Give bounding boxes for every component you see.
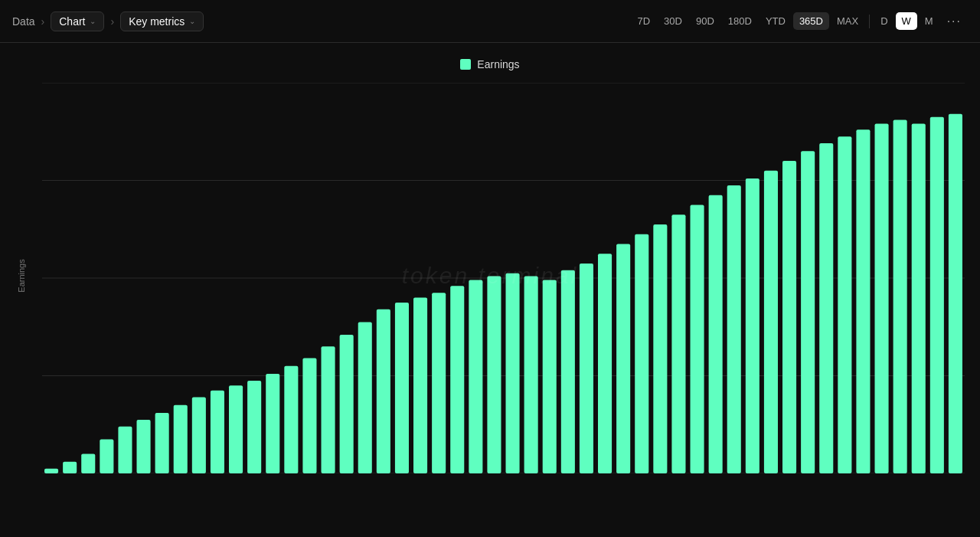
svg-rect-49 <box>653 224 667 473</box>
svg-rect-57 <box>801 151 815 473</box>
time-divider <box>869 15 870 28</box>
svg-rect-53 <box>727 185 741 473</box>
legend-label: Earnings <box>477 58 519 70</box>
svg-rect-39 <box>469 280 482 473</box>
svg-rect-30 <box>302 359 316 473</box>
time-filters: 7D 30D 90D 180D YTD 365D MAX D W M ··· <box>631 11 968 31</box>
svg-rect-63 <box>912 124 926 473</box>
svg-rect-33 <box>358 322 372 473</box>
time-btn-365d[interactable]: 365D <box>793 12 829 30</box>
svg-rect-58 <box>819 143 833 473</box>
svg-rect-17 <box>63 462 77 473</box>
view-btn-d[interactable]: D <box>874 12 893 30</box>
svg-rect-65 <box>949 114 962 473</box>
breadcrumb-sep-1: › <box>41 15 45 28</box>
svg-rect-20 <box>118 427 132 473</box>
svg-rect-32 <box>340 335 354 473</box>
svg-rect-54 <box>746 178 760 473</box>
breadcrumb-sep-2: › <box>110 15 114 28</box>
chart-label: Chart <box>59 15 85 28</box>
metrics-chevron-icon: ⌄ <box>189 17 195 25</box>
svg-rect-40 <box>487 276 501 473</box>
svg-rect-43 <box>543 280 557 473</box>
chart-chevron-icon: ⌄ <box>90 17 96 25</box>
svg-rect-34 <box>377 309 390 473</box>
svg-rect-36 <box>413 298 427 474</box>
svg-rect-62 <box>893 120 907 473</box>
svg-rect-45 <box>580 264 593 473</box>
svg-rect-50 <box>671 214 685 473</box>
svg-rect-51 <box>691 205 704 473</box>
svg-rect-16 <box>44 469 58 473</box>
svg-rect-18 <box>81 454 95 474</box>
svg-rect-64 <box>930 117 944 473</box>
time-btn-7d[interactable]: 7D <box>631 12 656 30</box>
svg-rect-42 <box>524 276 538 473</box>
svg-rect-46 <box>598 254 612 473</box>
time-btn-180d[interactable]: 180D <box>722 12 758 30</box>
svg-rect-44 <box>561 270 575 473</box>
svg-rect-56 <box>782 161 796 473</box>
earnings-bar-chart: $40m $30m $20m $10m $0 Jul '23 Sep '23 N… <box>42 83 965 473</box>
svg-rect-22 <box>155 413 169 473</box>
svg-rect-25 <box>211 391 224 473</box>
svg-rect-37 <box>432 293 446 473</box>
svg-rect-59 <box>838 136 851 473</box>
time-btn-ytd[interactable]: YTD <box>760 12 792 30</box>
svg-rect-35 <box>395 303 409 473</box>
legend-color-dot <box>460 59 471 70</box>
svg-rect-60 <box>856 129 870 473</box>
time-btn-max[interactable]: MAX <box>831 12 864 30</box>
time-btn-90d[interactable]: 90D <box>690 12 720 30</box>
svg-rect-24 <box>192 398 206 473</box>
chart-container: Earnings Earnings token terminal $40m $3… <box>0 43 980 537</box>
metrics-label: Key metrics <box>129 15 185 28</box>
svg-rect-52 <box>709 195 723 473</box>
svg-rect-38 <box>450 286 464 473</box>
view-btn-m[interactable]: M <box>919 12 939 30</box>
svg-rect-21 <box>137 420 151 473</box>
breadcrumb-root[interactable]: Data <box>12 15 35 28</box>
svg-rect-28 <box>266 374 279 473</box>
svg-rect-55 <box>764 171 778 473</box>
svg-rect-61 <box>875 124 889 473</box>
view-btn-w[interactable]: W <box>896 12 917 30</box>
svg-rect-29 <box>284 366 298 473</box>
chart-svg-wrapper: Earnings token terminal $40m $30m $20m $… <box>0 83 980 512</box>
svg-rect-31 <box>322 346 335 473</box>
svg-rect-41 <box>506 273 520 473</box>
svg-rect-26 <box>229 385 243 473</box>
chart-legend: Earnings <box>0 58 980 70</box>
y-axis-label: Earnings <box>17 259 26 292</box>
svg-rect-27 <box>247 381 261 473</box>
svg-rect-47 <box>616 244 630 473</box>
metrics-selector[interactable]: Key metrics ⌄ <box>120 11 204 31</box>
time-btn-30d[interactable]: 30D <box>658 12 688 30</box>
svg-rect-48 <box>635 234 648 473</box>
chart-selector[interactable]: Chart ⌄ <box>51 11 104 31</box>
svg-rect-23 <box>174 405 188 473</box>
svg-rect-19 <box>100 439 113 473</box>
header: Data › Chart ⌄ › Key metrics ⌄ 7D 30D 90… <box>0 0 980 43</box>
more-options-button[interactable]: ··· <box>941 11 968 31</box>
